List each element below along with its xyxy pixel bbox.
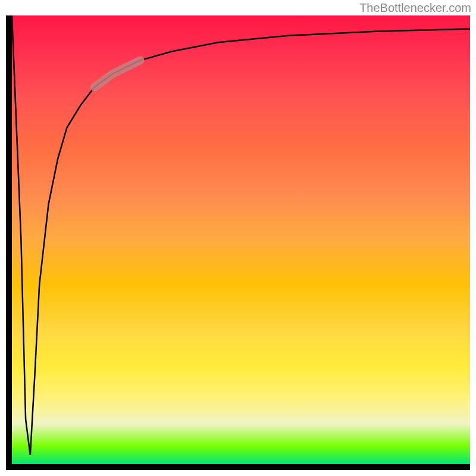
highlight-segment [95, 60, 140, 87]
bottleneck-curve-line [12, 15, 470, 455]
chart-plot-area [6, 15, 470, 470]
watermark-label: TheBottlenecker.com [359, 1, 471, 15]
curve-svg [12, 15, 470, 464]
